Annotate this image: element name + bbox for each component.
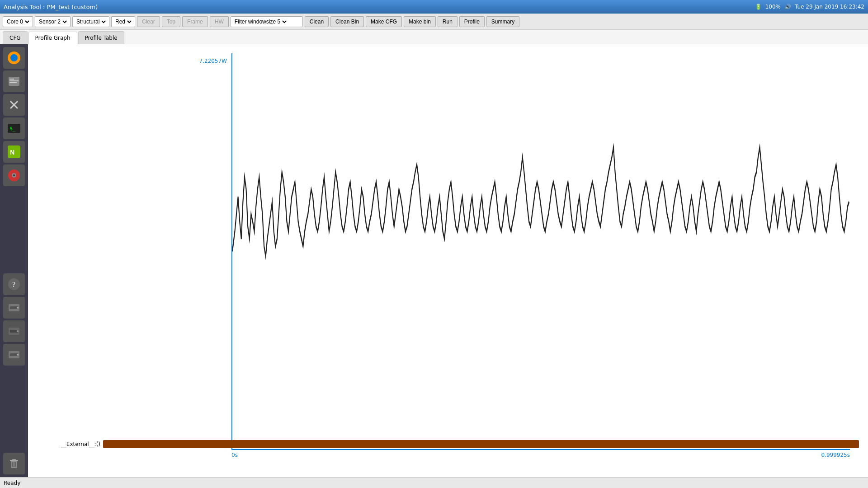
system-tray: 🔋 100% 🔊 Tue 29 Jan 2019 16:23:42 (755, 4, 864, 10)
filter-dropdown[interactable]: Filter windowsize 5 (231, 16, 303, 27)
trash-icon[interactable] (3, 453, 25, 474)
x-time-labels: 0s 0.999925s (231, 450, 850, 464)
files-icon[interactable] (3, 70, 25, 92)
volume-icon: 🔊 (784, 4, 791, 10)
svg-rect-3 (9, 79, 14, 80)
svg-text:N: N (10, 149, 14, 156)
chart-canvas[interactable] (231, 53, 850, 450)
graph-area: 7.22057W 5.79416W 0s 0.999925s (28, 44, 868, 464)
x-start-label: 0s (231, 452, 238, 458)
profile-button[interactable]: Profile (459, 16, 485, 27)
window-title: Analysis Tool : PM_test (custom) (4, 4, 98, 10)
summary-button[interactable]: Summary (486, 16, 519, 27)
clear-button[interactable]: Clear (137, 16, 160, 27)
firefox-icon[interactable] (3, 47, 25, 69)
svg-rect-28 (12, 459, 16, 460)
clean-bin-button[interactable]: Clean Bin (330, 16, 364, 27)
waveform-svg (232, 53, 850, 449)
structural-dropdown[interactable]: Structural (72, 16, 109, 27)
hw-button[interactable]: HW (210, 16, 229, 27)
frame-button[interactable]: Frame (182, 16, 208, 27)
battery-icon: 🔋 (755, 4, 762, 10)
toolbar: Core 0 Sensor 2 Structural Red Clear Top… (0, 14, 868, 30)
svg-point-14 (13, 174, 15, 176)
titlebar: Analysis Tool : PM_test (custom) 🔋 100% … (0, 0, 868, 14)
statusbar: Ready (0, 477, 868, 488)
tools-icon[interactable] (3, 94, 25, 116)
clean-button[interactable]: Clean (305, 16, 329, 27)
red-select[interactable]: Red (113, 18, 133, 25)
tab-profile-graph[interactable]: Profile Graph (28, 32, 77, 44)
terminal-icon[interactable]: $_ (3, 117, 25, 139)
top-button[interactable]: Top (162, 16, 180, 27)
battery-level: 100% (765, 4, 781, 10)
red-dropdown[interactable]: Red (111, 16, 135, 27)
content-area: 7.22057W 5.79416W 0s 0.999925s (28, 44, 868, 477)
nvidia-icon[interactable]: N (3, 141, 25, 163)
svg-rect-4 (9, 80, 19, 81)
x-end-label: 0.999925s (821, 452, 850, 458)
svg-rect-5 (9, 82, 17, 83)
external-bar[interactable] (103, 440, 859, 448)
core-dropdown[interactable]: Core 0 (3, 16, 33, 27)
svg-text:?: ? (12, 281, 15, 288)
svg-point-1 (10, 54, 18, 61)
storage2-icon[interactable] (3, 320, 25, 342)
structural-select[interactable]: Structural (75, 18, 107, 25)
svg-text:$_: $_ (9, 126, 16, 131)
storage3-icon[interactable] (3, 344, 25, 366)
y-max-label: 7.22057W (191, 58, 227, 64)
disk-icon[interactable] (3, 164, 25, 186)
chart-wrapper: 0s 0.999925s (231, 53, 850, 464)
sidebar: $_ N ? (0, 44, 28, 477)
help-icon[interactable]: ? (3, 273, 25, 295)
svg-point-22 (17, 330, 19, 332)
core-select[interactable]: Core 0 (5, 18, 31, 25)
graph-container: 7.22057W 5.79416W 0s 0.999925s (37, 53, 859, 464)
svg-point-25 (17, 354, 19, 356)
sensor-dropdown[interactable]: Sensor 2 (35, 16, 71, 27)
make-cfg-button[interactable]: Make CFG (366, 16, 402, 27)
run-button[interactable]: Run (438, 16, 458, 27)
tab-cfg[interactable]: CFG (3, 31, 28, 44)
storage1-icon[interactable] (3, 297, 25, 319)
svg-point-19 (17, 307, 19, 309)
make-bin-button[interactable]: Make bin (404, 16, 436, 27)
tab-profile-table[interactable]: Profile Table (78, 31, 124, 44)
sensor-select[interactable]: Sensor 2 (37, 18, 68, 25)
external-bar-row: __External__:() (37, 438, 859, 450)
filter-select[interactable]: Filter windowsize 5 (233, 18, 288, 25)
clock: Tue 29 Jan 2019 16:23:42 (795, 4, 864, 10)
tabs-bar: CFG Profile Graph Profile Table (0, 30, 868, 44)
main-area: $_ N ? 7.22057W 5.79416W (0, 44, 868, 477)
external-label: __External__:() (37, 441, 100, 447)
status-text: Ready (4, 480, 20, 486)
